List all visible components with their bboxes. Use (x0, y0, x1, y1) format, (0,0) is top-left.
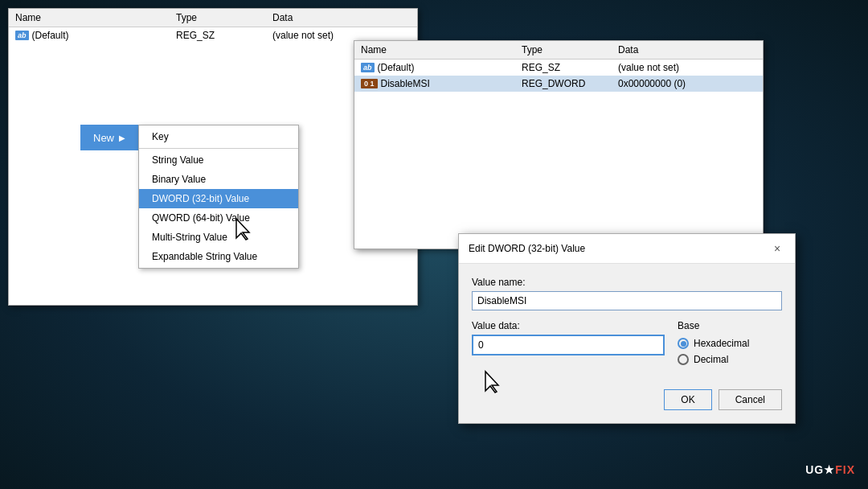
dialog-close-button[interactable]: × (769, 240, 785, 257)
dialog-body: Value name: Value data: Base Hexadecimal… (459, 264, 795, 383)
radio-dec-label: Decimal (694, 354, 728, 365)
dialog-titlebar: Edit DWORD (32-bit) Value × (459, 234, 795, 264)
value-data-section: Value data: (472, 320, 665, 370)
row-type: REG_SZ (176, 30, 272, 41)
edit-dword-dialog: Edit DWORD (32-bit) Value × Value name: … (458, 233, 796, 424)
ab-icon-2: ab (361, 63, 375, 72)
row2-msi-name: 0 1 DisableMSI (361, 78, 522, 89)
menu-item-qword[interactable]: QWORD (64-bit) Value (139, 208, 298, 228)
table-row-disablemsi: 0 1 DisableMSI REG_DWORD 0x00000000 (0) (354, 76, 763, 92)
new-button-label: New (93, 132, 114, 144)
new-button[interactable]: New ▶ (80, 125, 138, 150)
header2-type: Type (522, 44, 618, 55)
table-header-1: Name Type Data (9, 9, 417, 27)
dialog-footer: OK Cancel (459, 383, 795, 423)
registry-window-2: Name Type Data ab (Default) REG_SZ (valu… (354, 40, 764, 249)
row2-msi-type: REG_DWORD (522, 78, 618, 89)
menu-item-expandable[interactable]: Expandable String Value (139, 247, 298, 266)
header2-data: Data (618, 44, 756, 55)
radio-decimal[interactable]: Decimal (678, 354, 782, 365)
watermark: UG★FIX (805, 463, 855, 476)
ab-icon: ab (15, 31, 29, 40)
header-type: Type (176, 12, 272, 23)
watermark-ug: UG (805, 463, 824, 476)
context-submenu: Key String Value Binary Value DWORD (32-… (138, 125, 299, 269)
row2-default-type: REG_SZ (522, 62, 618, 73)
cancel-button[interactable]: Cancel (719, 389, 782, 410)
value-data-label: Value data: (472, 320, 665, 331)
row-name: ab (Default) (15, 30, 176, 41)
row-data: (value not set) (272, 30, 411, 41)
menu-divider-1 (139, 148, 298, 149)
header-data: Data (272, 12, 411, 23)
table-row-default: ab (Default) REG_SZ (value not set) (354, 60, 763, 76)
dialog-title: Edit DWORD (32-bit) Value (469, 243, 585, 254)
menu-item-multistring[interactable]: Multi-String Value (139, 228, 298, 247)
table-header-2: Name Type Data (354, 41, 763, 60)
radio-hex-circle (678, 338, 689, 349)
radio-dec-circle (678, 354, 689, 365)
dialog-data-row: Value data: Base Hexadecimal Decimal (472, 320, 782, 370)
value-name-label: Value name: (472, 277, 782, 288)
base-section: Base Hexadecimal Decimal (678, 320, 782, 370)
value-data-input[interactable] (472, 335, 665, 355)
radio-hex-label: Hexadecimal (694, 338, 749, 349)
radio-hexadecimal[interactable]: Hexadecimal (678, 338, 782, 349)
dword-icon: 0 1 (361, 79, 378, 88)
value-name-input[interactable] (472, 291, 782, 310)
new-button-arrow: ▶ (119, 134, 125, 142)
watermark-sep: ★ (824, 463, 835, 476)
context-menu-container: New ▶ Key String Value Binary Value DWOR… (80, 125, 299, 269)
watermark-fix: FIX (835, 463, 855, 476)
base-label: Base (678, 320, 782, 331)
menu-item-string[interactable]: String Value (139, 150, 298, 170)
row2-default-name: ab (Default) (361, 62, 522, 73)
ok-button[interactable]: OK (664, 389, 711, 410)
header-name: Name (15, 12, 176, 23)
row2-msi-data: 0x00000000 (0) (618, 78, 756, 89)
row2-default-data: (value not set) (618, 62, 756, 73)
header2-name: Name (361, 44, 522, 55)
menu-item-key[interactable]: Key (139, 127, 298, 146)
menu-item-binary[interactable]: Binary Value (139, 170, 298, 189)
menu-item-dword[interactable]: DWORD (32-bit) Value (139, 189, 298, 208)
